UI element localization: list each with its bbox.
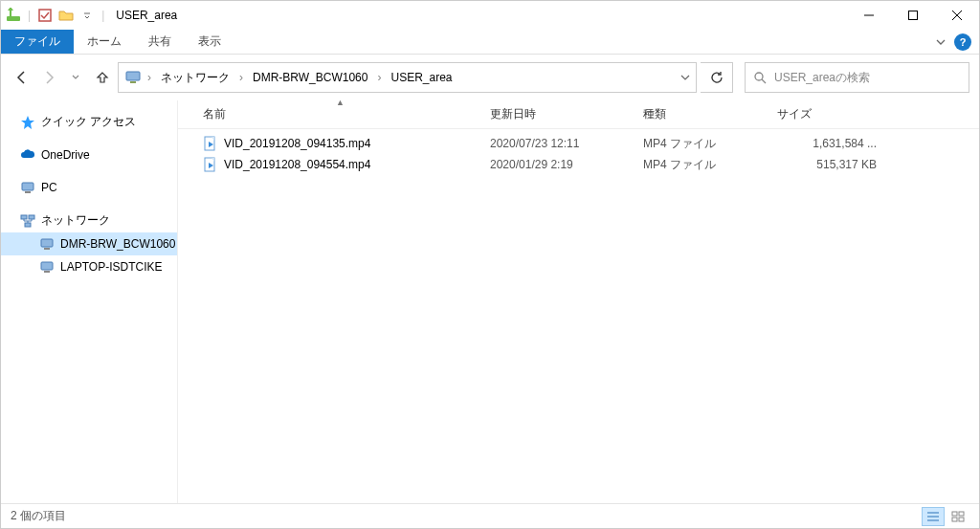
computer-icon xyxy=(124,69,142,86)
svg-rect-9 xyxy=(130,81,136,83)
breadcrumb-item[interactable]: DMR-BRW_BCW1060 xyxy=(249,69,371,86)
file-date: 2020/07/23 12:11 xyxy=(482,137,635,150)
column-header-date[interactable]: 更新日時 xyxy=(482,106,635,122)
svg-rect-31 xyxy=(952,512,957,516)
forward-button[interactable] xyxy=(37,66,60,89)
view-details-button[interactable] xyxy=(922,507,945,526)
file-list-pane: ▲ 名前 更新日時 種類 サイズ VID_20191208_094135.mp4… xyxy=(178,100,979,503)
ribbon-tab-view[interactable]: 表示 xyxy=(185,30,234,54)
svg-rect-34 xyxy=(959,518,964,521)
column-header-type[interactable]: 種類 xyxy=(635,106,769,122)
svg-rect-18 xyxy=(41,239,53,247)
up-button[interactable] xyxy=(91,66,114,89)
tree-network[interactable]: ネットワーク xyxy=(1,209,177,232)
tree-label: クイック アクセス xyxy=(41,114,136,130)
column-headers: ▲ 名前 更新日時 種類 サイズ xyxy=(178,100,979,129)
computer-icon xyxy=(39,236,55,252)
qat-dropdown-icon[interactable] xyxy=(78,7,96,24)
address-bar-row: › ネットワーク › DMR-BRW_BCW1060 › USER_area xyxy=(1,55,979,100)
svg-rect-17 xyxy=(25,223,31,227)
status-text: 2 個の項目 xyxy=(11,508,66,524)
video-file-icon xyxy=(203,136,218,151)
svg-rect-20 xyxy=(41,262,53,270)
address-dropdown-icon[interactable] xyxy=(680,73,690,82)
window-controls xyxy=(847,1,979,30)
video-file-icon xyxy=(203,157,218,172)
svg-rect-21 xyxy=(44,271,50,273)
app-icon xyxy=(5,7,22,24)
separator: | xyxy=(28,9,31,22)
chevron-right-icon[interactable]: › xyxy=(377,71,381,84)
chevron-right-icon[interactable]: › xyxy=(147,71,151,84)
window-title: USER_area xyxy=(116,9,177,22)
search-icon xyxy=(753,71,767,84)
ribbon-tab-share[interactable]: 共有 xyxy=(135,30,185,54)
svg-marker-2 xyxy=(8,8,13,11)
svg-rect-32 xyxy=(959,512,964,516)
svg-point-10 xyxy=(755,73,763,80)
file-name: VID_20191208_094135.mp4 xyxy=(224,137,370,150)
qat-properties-icon[interactable] xyxy=(36,7,54,24)
minimize-button[interactable] xyxy=(847,1,891,30)
close-button[interactable] xyxy=(935,1,979,30)
help-icon[interactable]: ? xyxy=(954,33,971,51)
search-input[interactable] xyxy=(774,71,961,84)
file-row[interactable]: VID_20191208_094554.mp42020/01/29 2:19MP… xyxy=(178,154,979,175)
cloud-icon xyxy=(20,147,35,163)
search-box[interactable] xyxy=(745,62,969,93)
tree-network-computer[interactable]: LAPTOP-ISDTCIKE xyxy=(1,255,177,278)
svg-rect-19 xyxy=(44,248,50,250)
tree-onedrive[interactable]: OneDrive xyxy=(1,143,177,166)
tree-pc[interactable]: PC xyxy=(1,176,177,199)
ribbon-expand-icon[interactable] xyxy=(935,36,947,48)
ribbon-tab-file[interactable]: ファイル xyxy=(1,30,74,54)
file-row[interactable]: VID_20191208_094135.mp42020/07/23 12:11M… xyxy=(178,133,979,154)
svg-line-11 xyxy=(762,79,766,83)
tree-quick-access[interactable]: クイック アクセス xyxy=(1,110,177,134)
file-size: 515,317 KB xyxy=(769,158,884,171)
folder-icon[interactable] xyxy=(57,7,75,24)
network-icon xyxy=(20,213,35,229)
svg-rect-8 xyxy=(126,72,140,80)
file-type: MP4 ファイル xyxy=(635,157,769,173)
svg-rect-14 xyxy=(25,191,31,193)
file-name: VID_20191208_094554.mp4 xyxy=(224,158,370,171)
pc-icon xyxy=(20,180,35,195)
chevron-right-icon[interactable]: › xyxy=(239,71,243,84)
svg-rect-3 xyxy=(39,10,51,21)
breadcrumb-item[interactable]: ネットワーク xyxy=(157,68,234,88)
status-bar: 2 個の項目 xyxy=(1,503,979,528)
column-header-size[interactable]: サイズ xyxy=(769,106,884,122)
maximize-button[interactable] xyxy=(891,1,935,30)
tree-label: OneDrive xyxy=(41,148,90,162)
svg-rect-16 xyxy=(29,215,34,219)
tree-label: PC xyxy=(41,181,57,194)
svg-marker-12 xyxy=(21,116,34,129)
refresh-button[interactable] xyxy=(701,62,733,93)
computer-icon xyxy=(39,259,55,275)
svg-rect-0 xyxy=(7,16,20,21)
address-bar[interactable]: › ネットワーク › DMR-BRW_BCW1060 › USER_area xyxy=(118,62,697,93)
tree-label: DMR-BRW_BCW1060 xyxy=(60,237,175,251)
title-bar: | | USER_area xyxy=(1,1,979,30)
file-date: 2020/01/29 2:19 xyxy=(482,158,635,171)
breadcrumb-item[interactable]: USER_area xyxy=(387,69,456,86)
tree-label: LAPTOP-ISDTCIKE xyxy=(60,260,162,274)
history-dropdown-icon[interactable] xyxy=(64,66,87,89)
file-type: MP4 ファイル xyxy=(635,136,769,152)
sort-indicator-icon: ▲ xyxy=(336,100,345,107)
ribbon-tab-home[interactable]: ホーム xyxy=(74,30,135,54)
navigation-tree[interactable]: クイック アクセス OneDrive PC xyxy=(1,100,178,503)
column-header-name[interactable]: 名前 xyxy=(195,106,482,122)
svg-rect-15 xyxy=(21,215,27,219)
ribbon: ファイル ホーム 共有 表示 ? xyxy=(1,30,979,55)
svg-rect-13 xyxy=(22,183,33,190)
svg-rect-1 xyxy=(10,11,11,16)
file-list[interactable]: VID_20191208_094135.mp42020/07/23 12:11M… xyxy=(178,129,979,503)
tree-network-computer[interactable]: DMR-BRW_BCW1060 xyxy=(1,232,177,255)
quick-access-toolbar: | | USER_area xyxy=(1,7,181,24)
tree-label: ネットワーク xyxy=(41,212,110,229)
svg-rect-33 xyxy=(952,518,957,521)
back-button[interactable] xyxy=(11,66,33,89)
view-large-icons-button[interactable] xyxy=(947,507,969,526)
